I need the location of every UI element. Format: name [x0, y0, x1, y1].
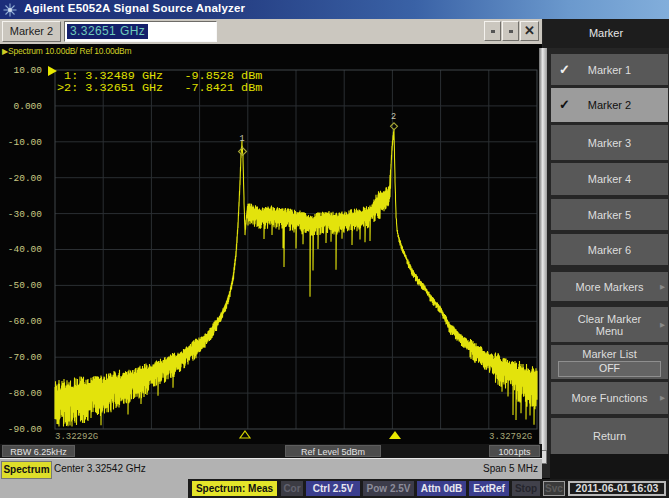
svg-text:1: 1: [240, 134, 245, 144]
svg-text:2: 2: [391, 112, 396, 122]
